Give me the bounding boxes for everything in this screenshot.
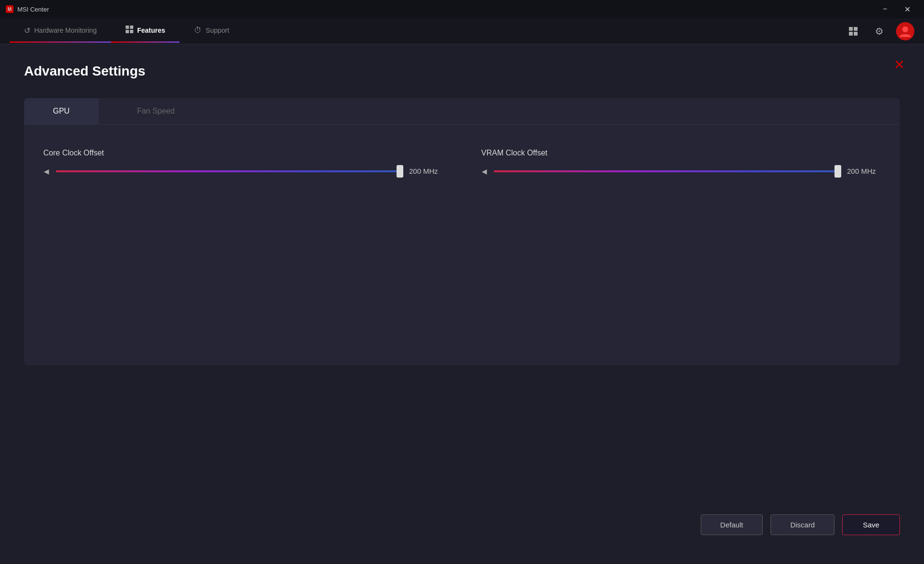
vram-clock-unit: MHz (861, 167, 876, 175)
settings-panel: GPU Fan Speed Core Clock Offset ◀ 200 MH… (24, 98, 900, 365)
core-clock-left-arrow[interactable]: ◀ (43, 167, 50, 175)
app-name: MSI Center (17, 6, 49, 13)
tab-support-label: Support (205, 26, 229, 34)
svg-point-4 (902, 26, 908, 32)
bottom-buttons: Default Discard Save (701, 514, 900, 535)
default-button[interactable]: Default (701, 514, 763, 535)
vram-clock-left-arrow[interactable]: ◀ (481, 167, 488, 175)
discard-button[interactable]: Discard (770, 514, 834, 535)
tab-hardware-monitoring-label: Hardware Monitoring (34, 26, 97, 34)
svg-rect-2 (126, 30, 129, 33)
svg-rect-0 (126, 26, 129, 29)
core-clock-container: ◀ 200 MHz (43, 167, 443, 175)
vram-clock-group: VRAM Clock Offset ◀ 200 MHz (481, 149, 881, 175)
page-title: Advanced Settings (24, 64, 900, 79)
core-clock-value: 200 MHz (409, 167, 443, 175)
minimize-button[interactable]: − (874, 0, 896, 18)
close-button[interactable]: ✕ (896, 0, 918, 18)
save-button[interactable]: Save (842, 514, 900, 535)
core-clock-slider[interactable] (56, 170, 403, 172)
panel-tabs: GPU Fan Speed (24, 98, 900, 125)
tab-support[interactable]: ⏱ Support (180, 18, 244, 44)
vram-clock-slider[interactable] (494, 170, 841, 172)
vram-clock-value: 200 MHz (847, 167, 881, 175)
tab-features-label: Features (137, 26, 165, 34)
app-icon: M (6, 5, 13, 13)
modal-close-icon: ✕ (894, 57, 905, 73)
tab-fan-speed[interactable]: Fan Speed (99, 98, 213, 124)
settings-button[interactable]: ⚙ (870, 22, 888, 40)
main-content: ✕ Advanced Settings GPU Fan Speed Core C… (0, 44, 924, 564)
sliders-row: Core Clock Offset ◀ 200 MHz VRAM Clock O… (43, 149, 881, 175)
features-icon (126, 26, 133, 35)
panel-body: Core Clock Offset ◀ 200 MHz VRAM Clock O… (24, 125, 900, 365)
support-icon: ⏱ (194, 26, 202, 35)
svg-rect-1 (130, 26, 133, 29)
grid-view-button[interactable] (844, 22, 862, 40)
nav-tabs: ↺ Hardware Monitoring Features ⏱ Support (10, 18, 244, 44)
vram-clock-container: ◀ 200 MHz (481, 167, 881, 175)
core-clock-label: Core Clock Offset (43, 149, 443, 157)
title-bar: M MSI Center − ✕ (0, 0, 924, 18)
tab-features[interactable]: Features (111, 18, 180, 44)
core-clock-unit: MHz (423, 167, 438, 175)
nav-bar: ↺ Hardware Monitoring Features ⏱ Support (0, 18, 924, 44)
core-clock-group: Core Clock Offset ◀ 200 MHz (43, 149, 443, 175)
svg-rect-3 (130, 30, 133, 33)
user-avatar[interactable] (896, 22, 914, 40)
vram-clock-label: VRAM Clock Offset (481, 149, 881, 157)
tab-hardware-monitoring[interactable]: ↺ Hardware Monitoring (10, 18, 111, 44)
tab-gpu[interactable]: GPU (24, 98, 99, 124)
nav-right: ⚙ (844, 22, 914, 40)
title-bar-left: M MSI Center (6, 5, 49, 13)
gear-icon: ⚙ (875, 26, 884, 37)
hardware-monitoring-icon: ↺ (24, 26, 30, 35)
modal-close-button[interactable]: ✕ (888, 54, 910, 75)
title-bar-controls: − ✕ (874, 0, 918, 18)
grid-icon (849, 27, 858, 36)
core-clock-number: 200 (409, 167, 421, 175)
vram-clock-number: 200 (847, 167, 859, 175)
